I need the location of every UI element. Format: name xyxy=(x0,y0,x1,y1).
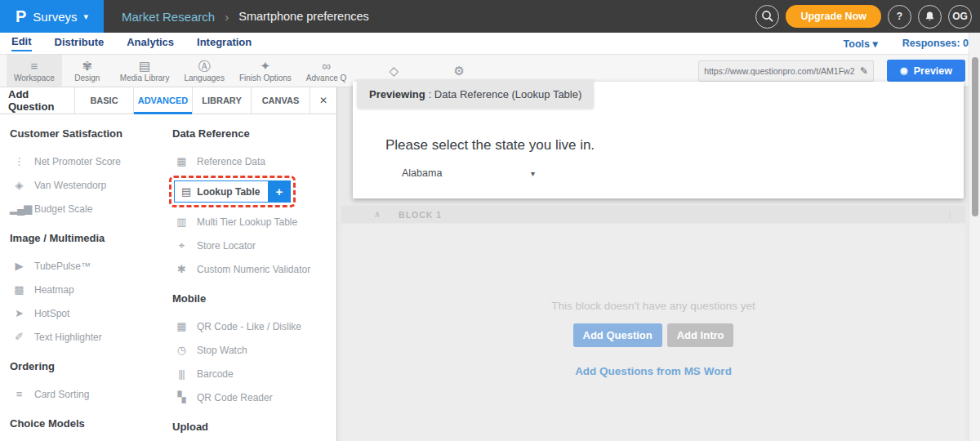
bell-icon xyxy=(923,10,937,24)
dropdown-selected-value: Alabama xyxy=(402,167,442,179)
item-store-locator[interactable]: ⌖ Store Locator xyxy=(172,234,327,257)
item-qr-code-like-dislike[interactable]: ▦ QR Code - Like / Dislike xyxy=(172,314,327,338)
add-lookup-table-button[interactable]: + xyxy=(268,181,290,202)
vertical-scrollbar[interactable] xyxy=(969,33,980,441)
numbered-list-icon: ≡ xyxy=(10,388,28,400)
block-header: ∧ BLOCK 1 ⋮ xyxy=(341,206,965,223)
item-reference-data[interactable]: ▦ Reference Data xyxy=(172,149,327,173)
responses-count[interactable]: Responses: 0 xyxy=(902,38,969,49)
question-mark-icon: ? xyxy=(897,11,902,22)
section-heading-mobile: Mobile xyxy=(172,292,327,305)
preview-question-text: Please select the state you live in. xyxy=(385,137,595,154)
section-heading-upload: Upload xyxy=(172,421,327,433)
state-dropdown[interactable]: Alabama ▾ xyxy=(402,167,535,179)
search-icon xyxy=(760,9,775,24)
item-barcode[interactable]: ||| Barcode xyxy=(172,362,327,385)
item-van-westendorp[interactable]: ◈ Van Westendorp xyxy=(10,173,166,197)
breadcrumb-folder[interactable]: Market Research xyxy=(122,10,215,24)
add-questions-from-ms-word-link[interactable]: Add Questions from MS Word xyxy=(575,365,732,377)
survey-url-field[interactable]: https://www.questionpro.com/t/AM1Fw2 ✎ xyxy=(698,60,874,82)
workspace-button[interactable]: ≡ Workspace xyxy=(7,55,62,87)
block-title: BLOCK 1 xyxy=(399,210,442,220)
barcode-icon: ||| xyxy=(172,368,190,380)
close-panel-button[interactable]: ✕ xyxy=(310,87,336,114)
lookup-table-icon: ▤ xyxy=(181,185,191,198)
qr-code-icon: ▦ xyxy=(172,320,190,332)
chevron-down-icon: ▾ xyxy=(84,11,89,22)
tools-menu[interactable]: Tools ▾ xyxy=(844,38,878,50)
media-library-button[interactable]: ▤ Media Library xyxy=(113,55,177,87)
tag-icon: ◇ xyxy=(390,65,399,78)
block-body: This block doesn't have any questions ye… xyxy=(341,225,965,441)
tab-distribute[interactable]: Distribute xyxy=(55,36,105,51)
top-bar: P Surveys ▾ Market Research › Smartphone… xyxy=(0,0,980,33)
item-stop-watch[interactable]: ◷ Stop Watch xyxy=(172,338,327,362)
item-lookup-table[interactable]: ▤ Lookup Table + xyxy=(174,180,291,203)
panel-title: Add Question xyxy=(0,87,75,114)
product-label: Surveys xyxy=(33,10,77,24)
breadcrumb-survey-title: Smartphone preferences xyxy=(238,10,369,23)
translate-icon: Ⓐ xyxy=(198,60,211,73)
edit-url-icon[interactable]: ✎ xyxy=(860,65,868,77)
cursor-icon: ➤ xyxy=(10,307,28,319)
lookup-table-highlight: ▤ Lookup Table + xyxy=(169,176,296,207)
section-heading-customer-satisfaction: Customer Satisfaction xyxy=(10,127,166,140)
item-tubepulse[interactable]: ▶ TubePulse™ xyxy=(10,254,166,278)
item-heatmap[interactable]: ▩ Heatmap xyxy=(10,278,166,301)
nps-scale-icon: ⋮ xyxy=(10,155,28,167)
tab-library[interactable]: LIBRARY xyxy=(193,87,252,114)
palette-icon: ✾ xyxy=(82,60,93,73)
add-intro-button[interactable]: Add Intro xyxy=(667,323,734,347)
add-question-button[interactable]: Add Question xyxy=(573,323,662,347)
tab-basic[interactable]: BASIC xyxy=(75,87,134,114)
surveys-menu[interactable]: P Surveys ▾ xyxy=(0,0,104,33)
breadcrumb-separator: › xyxy=(225,10,229,24)
item-net-promoter-score[interactable]: ⋮ Net Promoter Score xyxy=(10,149,166,173)
qr-reader-icon: ▚ xyxy=(172,391,190,403)
chevron-down-icon: ▾ xyxy=(872,38,877,50)
collapse-block-icon[interactable]: ∧ xyxy=(374,209,381,220)
tab-advanced[interactable]: ADVANCED xyxy=(134,87,193,114)
price-tag-icon: ◈ xyxy=(10,179,28,191)
item-card-sorting[interactable]: ≡ Card Sorting xyxy=(10,382,166,406)
tab-edit[interactable]: Edit xyxy=(11,35,32,51)
help-button[interactable]: ? xyxy=(888,5,911,29)
tab-canvas[interactable]: CANVAS xyxy=(252,87,310,114)
notifications-button[interactable] xyxy=(918,5,942,29)
question-types-column-1: Customer Satisfaction ⋮ Net Promoter Sco… xyxy=(0,114,166,441)
bar-chart-icon: ▂▄▆ xyxy=(10,203,28,215)
tab-integration[interactable]: Integration xyxy=(197,36,252,51)
survey-url-value: https://www.questionpro.com/t/AM1Fw2 xyxy=(704,66,857,76)
advance-options-button[interactable]: ∞ Advance Q xyxy=(299,55,354,87)
scrollbar-thumb[interactable] xyxy=(972,57,978,216)
design-button[interactable]: ✾ Design xyxy=(62,55,113,87)
languages-button[interactable]: Ⓐ Languages xyxy=(176,55,232,87)
preview-button[interactable]: ◉ Preview xyxy=(887,60,965,82)
workspace-icon: ≡ xyxy=(31,60,38,73)
tab-analytics[interactable]: Analytics xyxy=(127,36,174,51)
block-options-icon[interactable]: ⋮ xyxy=(946,210,954,219)
breadcrumb: Market Research › Smartphone preferences xyxy=(122,10,369,24)
chevron-down-icon: ▾ xyxy=(531,169,535,178)
upgrade-now-button[interactable]: Upgrade Now xyxy=(786,5,881,28)
questionpro-logo: P xyxy=(16,7,26,26)
map-pin-icon: ⌖ xyxy=(172,239,190,252)
numeric-validator-icon: ✱ xyxy=(172,263,190,275)
item-text-highlighter[interactable]: ✐ Text Highlighter xyxy=(10,325,166,349)
item-hotspot[interactable]: ➤ HotSpot xyxy=(10,301,166,325)
empty-block-message: This block doesn't have any questions ye… xyxy=(341,300,965,312)
eye-icon: ◉ xyxy=(900,65,908,76)
avatar[interactable]: OG xyxy=(948,5,972,29)
highlighter-pen-icon: ✐ xyxy=(10,331,28,343)
item-qr-code-reader[interactable]: ▚ QR Code Reader xyxy=(172,385,327,409)
multi-tier-icon: ▥ xyxy=(172,216,190,228)
item-budget-scale[interactable]: ▂▄▆ Budget Scale xyxy=(10,197,166,220)
close-icon: ✕ xyxy=(319,95,327,106)
item-multi-tier-lookup-table[interactable]: ▥ Multi Tier Lookup Table xyxy=(172,210,327,234)
image-icon: ▤ xyxy=(139,60,150,73)
search-button[interactable] xyxy=(755,5,779,29)
finish-options-button[interactable]: ✦ Finish Options xyxy=(232,55,299,87)
item-custom-numeric-validator[interactable]: ✱ Custom Numeric Validator xyxy=(172,257,327,281)
section-heading-choice-models: Choice Models xyxy=(10,417,166,430)
question-types-column-2: Data Reference ▦ Reference Data ▤ Lookup… xyxy=(166,114,327,441)
